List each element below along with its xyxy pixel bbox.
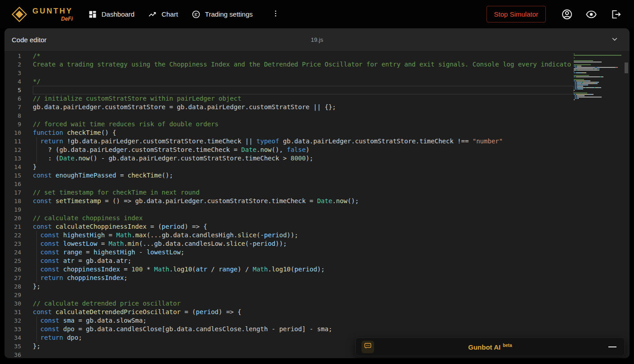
code-line[interactable]: 19	[4, 205, 574, 214]
indent-guide	[36, 248, 37, 257]
line-number: 15	[4, 171, 27, 180]
code-line[interactable]: 4*/	[4, 77, 574, 86]
line-number: 4	[4, 77, 27, 86]
nav-item-dashboard[interactable]: Dashboard	[88, 10, 134, 19]
code-line[interactable]: 20// calculate choppiness index	[4, 214, 574, 222]
account-button[interactable]	[560, 8, 574, 21]
code-line[interactable]: 2Create a trading strategy using the Cho…	[4, 60, 574, 69]
line-number: 2	[4, 60, 27, 69]
indent-guide	[36, 325, 37, 333]
indent-guide	[36, 154, 37, 163]
line-number: 20	[4, 214, 27, 222]
line-number: 24	[4, 248, 27, 257]
code-line[interactable]: 9// forced wait time reduces risk of dou…	[4, 120, 574, 129]
code-line[interactable]: 30// calculate detrended price oscillato…	[4, 299, 574, 308]
ai-chat-button[interactable]	[362, 341, 374, 353]
visibility-button[interactable]	[585, 8, 598, 21]
line-number: 18	[4, 197, 27, 205]
line-number: 36	[4, 351, 27, 358]
brand-logo[interactable]: GUNTHY DeFi	[11, 6, 73, 23]
nav-label-trading-settings: Trading settings	[205, 10, 253, 18]
line-number: 14	[4, 163, 27, 171]
line-number: 30	[4, 299, 27, 308]
indent-guide	[36, 274, 37, 282]
logout-button[interactable]	[609, 8, 622, 21]
code-line[interactable]: 29	[4, 291, 574, 299]
line-number: 1	[4, 52, 27, 60]
line-number: 10	[4, 129, 27, 137]
line-number: 35	[4, 342, 27, 351]
eye-icon	[585, 9, 597, 20]
code-line[interactable]: 26 const choppinessIndex = 100 * Math.lo…	[4, 265, 574, 274]
indent-guide	[36, 146, 37, 154]
code-line[interactable]: 21const calculateChoppinessIndex = (peri…	[4, 222, 574, 231]
code-line[interactable]: 6// initialize customStratStore within p…	[4, 94, 574, 103]
code-line[interactable]: 12 ? (gb.data.pairLedger.customStratStor…	[4, 146, 574, 154]
brand-wordmark: GUNTHY DeFi	[32, 7, 73, 22]
collapse-panel-button[interactable]	[609, 33, 621, 46]
code-line[interactable]: 27 return choppinessIndex;	[4, 274, 574, 282]
panel-header: Code editor 19.js	[4, 28, 630, 52]
code-line[interactable]: 33 const dpo = gb.data.candlesClose[gb.d…	[4, 325, 574, 333]
code-line[interactable]: 22 const highestHigh = Math.max(...gb.da…	[4, 231, 574, 240]
line-number: 8	[4, 111, 27, 120]
code-line[interactable]: 7gb.data.pairLedger.customStratStore = g…	[4, 103, 574, 111]
code-line[interactable]: 23 const lowestLow = Math.min(...gb.data…	[4, 240, 574, 248]
gunbot-ai-bar: Gunbot AIbeta	[355, 337, 625, 356]
indent-guide	[36, 240, 37, 248]
code-line[interactable]: 14}	[4, 163, 574, 171]
nav-item-trading-settings[interactable]: Trading settings	[192, 10, 253, 19]
panel-title: Code editor	[12, 36, 47, 44]
code-line[interactable]: 3	[4, 69, 574, 77]
code-line[interactable]: 1/*	[4, 52, 574, 60]
line-number: 13	[4, 154, 27, 163]
indent-guide	[36, 333, 37, 342]
indent-guide	[36, 257, 37, 265]
stop-simulator-button[interactable]: Stop Simulator	[487, 6, 546, 22]
dashboard-icon	[88, 10, 97, 19]
line-number: 31	[4, 308, 27, 316]
code-line[interactable]: 25 const atr = gb.data.atr;	[4, 257, 574, 265]
line-number: 25	[4, 257, 27, 265]
more-vert-icon	[272, 13, 280, 19]
code-line[interactable]: 5	[4, 86, 574, 94]
line-number: 9	[4, 120, 27, 129]
app: GUNTHY DeFi Dashboard	[0, 0, 634, 28]
code-line[interactable]: 17// set timestamp for checkTime in next…	[4, 188, 574, 197]
code-line[interactable]: 28};	[4, 282, 574, 291]
line-number: 6	[4, 94, 27, 103]
line-number: 12	[4, 146, 27, 154]
line-number: 33	[4, 325, 27, 333]
line-number: 16	[4, 180, 27, 188]
more-menu-button[interactable]	[269, 6, 282, 22]
code-line[interactable]: 8	[4, 111, 574, 120]
code-line[interactable]: 13 : (Date.now() - gb.data.pairLedger.cu…	[4, 154, 574, 163]
scrollbar-handle[interactable]	[625, 62, 628, 73]
indent-guide	[36, 316, 37, 325]
code-line[interactable]: 24 const range = highestHigh - lowestLow…	[4, 248, 574, 257]
code-line[interactable]: 32 const sma = gb.data.slowSma;	[4, 316, 574, 325]
chevron-down-icon	[611, 38, 619, 44]
nav-item-chart[interactable]: Chart	[148, 10, 178, 19]
line-number: 19	[4, 205, 27, 214]
line-number: 28	[4, 282, 27, 291]
minimize-button[interactable]	[607, 344, 617, 350]
code-line[interactable]: 16	[4, 180, 574, 188]
code-line[interactable]: 11 return !gb.data.pairLedger.customStra…	[4, 137, 574, 146]
line-number: 32	[4, 316, 27, 325]
scrollbar[interactable]	[623, 52, 630, 358]
line-number: 26	[4, 265, 27, 274]
line-number: 21	[4, 222, 27, 231]
filename: 19.js	[4, 36, 630, 43]
line-number: 27	[4, 274, 27, 282]
code-line[interactable]: 31const calculateDetrendedPriceOscillato…	[4, 308, 574, 316]
code-line[interactable]: 10function checkTime() {	[4, 129, 574, 137]
line-number: 17	[4, 188, 27, 197]
topbar-actions: Stop Simulator	[487, 6, 622, 22]
line-number: 7	[4, 103, 27, 111]
code-line[interactable]: 15const enoughTimePassed = checkTime();	[4, 171, 574, 180]
chat-icon	[364, 342, 372, 352]
code-lines[interactable]: 1/*2Create a trading strategy using the …	[4, 52, 574, 358]
code-line[interactable]: 18const setTimestamp = () => gb.data.pai…	[4, 197, 574, 205]
minimap[interactable]	[574, 52, 623, 358]
